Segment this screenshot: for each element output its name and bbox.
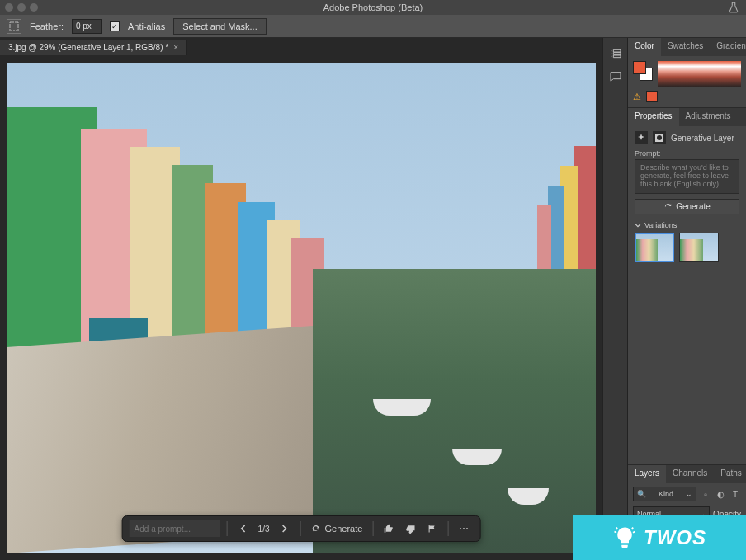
document-tab[interactable]: 3.jpg @ 29% (Generative Layer 1, RGB/8) … <box>0 40 187 55</box>
antialias-checkbox[interactable]: ✓ <box>110 21 120 31</box>
color-ramp[interactable] <box>658 61 741 87</box>
variation-count: 1/3 <box>256 525 272 534</box>
minimize-window-icon[interactable] <box>17 3 26 12</box>
panel-dock <box>602 38 627 560</box>
canvas-viewport[interactable]: 1/3 Generate <box>7 63 596 553</box>
prompt-input[interactable] <box>130 520 220 537</box>
lightbulb-icon <box>612 525 637 550</box>
thumbs-down-icon[interactable] <box>401 520 419 538</box>
layer-filter-kind[interactable]: 🔍Kind⌄ <box>633 487 696 501</box>
svg-rect-0 <box>10 22 18 31</box>
watermark-text: TWOS <box>644 526 706 549</box>
generative-layer-icon <box>635 131 648 144</box>
closest-color-swatch[interactable] <box>646 91 658 102</box>
prompt-label: Prompt: <box>635 149 739 158</box>
antialias-label: Anti-alias <box>128 21 165 31</box>
filter-adjustment-icon[interactable]: ◐ <box>715 488 726 500</box>
history-panel-icon[interactable] <box>608 46 623 61</box>
feather-label: Feather: <box>30 21 64 31</box>
tab-channels[interactable]: Channels <box>666 465 714 483</box>
properties-panel-tabs: Properties Adjustments <box>628 108 746 126</box>
variations-label[interactable]: Variations <box>635 221 739 229</box>
comment-panel-icon[interactable] <box>608 69 623 84</box>
chevron-down-icon <box>635 222 641 228</box>
filter-image-icon[interactable]: ▫ <box>700 488 711 500</box>
tab-paths[interactable]: Paths <box>714 465 746 483</box>
filter-type-icon[interactable]: T <box>729 488 741 500</box>
next-variation-button[interactable] <box>276 520 294 538</box>
tab-adjustments[interactable]: Adjustments <box>679 108 738 126</box>
color-panel-tabs: Color Swatches Gradients <box>628 38 746 56</box>
feather-input[interactable] <box>72 19 102 34</box>
window-titlebar: Adobe Photoshop (Beta) <box>0 0 746 15</box>
refresh-icon <box>311 524 321 534</box>
tab-color[interactable]: Color <box>628 38 661 56</box>
canvas-image <box>7 63 596 553</box>
selection-mode-icon[interactable] <box>7 19 21 34</box>
mask-icon <box>653 131 666 144</box>
beaker-icon[interactable] <box>728 2 739 13</box>
properties-panel: Generative Layer Prompt: Describe what y… <box>628 126 746 267</box>
more-options-icon[interactable]: ⋯ <box>455 520 473 538</box>
tool-options-bar: Feather: ✓ Anti-alias Select and Mask... <box>0 15 746 38</box>
svg-point-2 <box>657 135 662 140</box>
prompt-textarea[interactable]: Describe what you'd like to generate, fe… <box>635 159 739 194</box>
watermark-overlay: TWOS <box>573 515 746 560</box>
document-tab-label: 3.jpg @ 29% (Generative Layer 1, RGB/8) … <box>8 43 168 52</box>
foreground-background-swatch[interactable] <box>633 61 653 81</box>
zoom-window-icon[interactable] <box>30 3 38 12</box>
document-tabs: 3.jpg @ 29% (Generative Layer 1, RGB/8) … <box>0 38 602 56</box>
app-title: Adobe Photoshop (Beta) <box>323 2 423 12</box>
close-window-icon[interactable] <box>5 3 13 12</box>
properties-title: Generative Layer <box>671 134 734 143</box>
variation-thumb-2[interactable] <box>679 233 719 262</box>
close-tab-icon[interactable]: × <box>173 43 178 52</box>
tab-layers[interactable]: Layers <box>628 465 666 483</box>
prev-variation-button[interactable] <box>234 520 253 538</box>
color-panel: ⚠ <box>628 56 746 107</box>
properties-generate-button[interactable]: Generate <box>635 199 739 214</box>
contextual-task-bar: 1/3 Generate <box>122 515 481 542</box>
variation-thumb-1[interactable] <box>635 233 674 262</box>
right-panels: Color Swatches Gradients ⚠ Properties Ad… <box>627 38 746 560</box>
select-and-mask-button[interactable]: Select and Mask... <box>173 18 267 35</box>
tab-swatches[interactable]: Swatches <box>661 38 710 56</box>
refresh-icon <box>663 202 673 211</box>
gamut-warning-icon[interactable]: ⚠ <box>633 92 641 102</box>
flag-icon[interactable] <box>423 520 441 538</box>
window-traffic-lights <box>5 3 38 12</box>
layers-panel-tabs: Layers Channels Paths <box>628 465 746 483</box>
tab-properties[interactable]: Properties <box>628 108 679 126</box>
tab-gradients[interactable]: Gradients <box>710 38 746 56</box>
generate-button[interactable]: Generate <box>308 524 366 534</box>
thumbs-up-icon[interactable] <box>380 520 398 538</box>
